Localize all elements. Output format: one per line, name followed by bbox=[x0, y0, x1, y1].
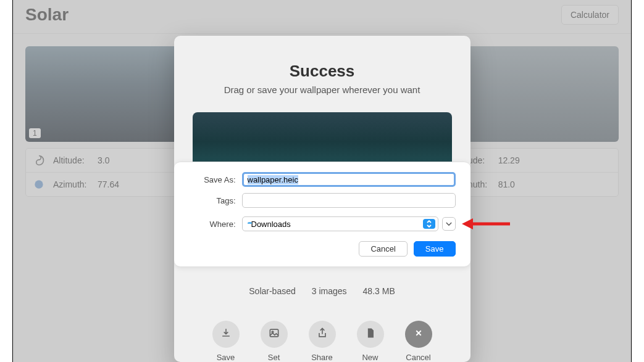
app-window: Solar Calculator 1 Altitude: 3.0 bbox=[12, 0, 632, 362]
action-save[interactable]: Save bbox=[212, 321, 240, 362]
save-as-label: Save As: bbox=[189, 175, 236, 184]
expand-button[interactable] bbox=[442, 217, 456, 231]
tags-row: Tags: bbox=[189, 193, 456, 208]
where-row: Where: Downloads bbox=[189, 216, 456, 231]
action-set[interactable]: Set bbox=[261, 321, 288, 362]
where-select[interactable]: Downloads bbox=[242, 216, 438, 231]
share-icon bbox=[316, 327, 328, 342]
modal-header: Success Drag or save your wallpaper wher… bbox=[174, 36, 470, 107]
tags-input[interactable] bbox=[242, 193, 456, 208]
cancel-button[interactable]: Cancel bbox=[359, 241, 407, 257]
action-share[interactable]: Share bbox=[309, 321, 336, 362]
save-button[interactable]: Save bbox=[414, 241, 456, 257]
actions-row: Save Set Share New Cancel bbox=[174, 321, 470, 362]
tags-label: Tags: bbox=[189, 196, 236, 205]
where-value: Downloads bbox=[251, 220, 291, 229]
save-as-row: Save As: wallpaper.heic bbox=[189, 172, 456, 187]
action-new[interactable]: New bbox=[357, 321, 384, 362]
chevron-updown-icon bbox=[423, 219, 435, 229]
save-as-input[interactable]: wallpaper.heic bbox=[242, 172, 456, 187]
dialog-buttons: Cancel Save bbox=[189, 241, 456, 257]
svg-rect-2 bbox=[270, 329, 278, 337]
success-modal: Success Drag or save your wallpaper wher… bbox=[174, 36, 470, 362]
save-dialog: Save As: wallpaper.heic Tags: Where: Dow… bbox=[174, 162, 470, 266]
modal-title: Success bbox=[193, 62, 452, 81]
close-icon bbox=[413, 327, 424, 341]
modal-subtitle: Drag or save your wallpaper wherever you… bbox=[193, 84, 452, 95]
info-count: 3 images bbox=[312, 286, 347, 296]
file-icon bbox=[364, 327, 377, 342]
image-icon bbox=[268, 327, 280, 342]
info-size: 48.3 MB bbox=[363, 286, 395, 296]
wallpaper-preview[interactable] bbox=[193, 112, 452, 162]
where-label: Where: bbox=[189, 220, 236, 229]
wallpaper-info-row: Solar-based 3 images 48.3 MB bbox=[174, 286, 470, 296]
download-icon bbox=[220, 327, 232, 342]
action-cancel[interactable]: Cancel bbox=[405, 321, 432, 362]
info-type: Solar-based bbox=[249, 286, 296, 296]
